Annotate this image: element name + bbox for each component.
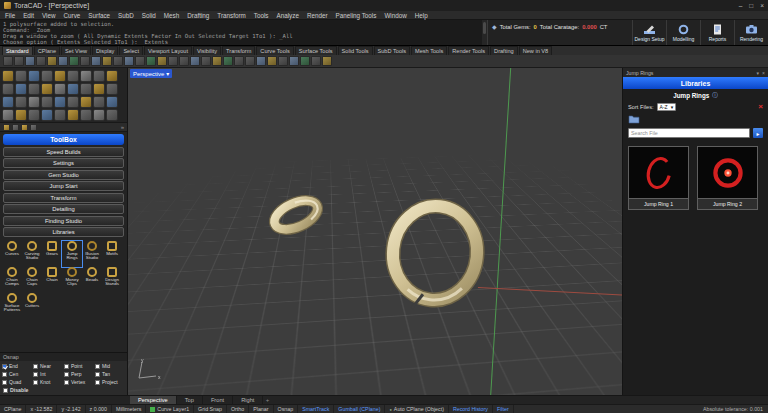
viewport-title-menu[interactable]: Perspective ▾ xyxy=(130,69,172,78)
info-icon[interactable]: ⓘ xyxy=(712,92,718,99)
palette-tool-icon[interactable] xyxy=(67,96,79,108)
toolbox-item[interactable]: Motifs xyxy=(102,241,122,267)
osnap-option[interactable]: Tan xyxy=(95,370,126,378)
palette-tool-icon[interactable] xyxy=(2,109,14,121)
palette-tool-icon[interactable] xyxy=(2,70,14,82)
toolbar-tab[interactable]: CPlane xyxy=(34,46,60,55)
toolbar-tool-icon[interactable] xyxy=(212,56,222,66)
toolbar-tool-icon[interactable] xyxy=(102,56,112,66)
menu-item[interactable]: View xyxy=(42,12,56,19)
osnap-option[interactable]: Quad xyxy=(2,378,33,386)
toolbox-item[interactable]: Surface Patterns xyxy=(2,293,22,319)
library-item-jump-ring-2[interactable]: Jump Ring 2 xyxy=(697,146,758,210)
toolbar-tool-icon[interactable] xyxy=(289,56,299,66)
palette-tool-icon[interactable] xyxy=(15,109,27,121)
close-button[interactable]: × xyxy=(760,2,764,9)
toolbar-tool-icon[interactable] xyxy=(3,56,13,66)
viewport-tab[interactable]: Perspective xyxy=(130,396,177,404)
palette-tool-icon[interactable] xyxy=(15,83,27,95)
new-viewport-tab-icon[interactable]: + xyxy=(263,396,271,404)
search-button[interactable]: ▸ xyxy=(753,128,763,138)
sort-dropdown[interactable]: A-Z ▾ xyxy=(657,103,677,111)
toolbar-tool-icon[interactable] xyxy=(135,56,145,66)
menu-item[interactable]: Window xyxy=(384,12,406,19)
toolbar-tool-icon[interactable] xyxy=(278,56,288,66)
palette-tool-icon[interactable] xyxy=(28,83,40,95)
toolbar-tool-icon[interactable] xyxy=(36,56,46,66)
toolbox-button[interactable]: Libraries xyxy=(3,227,124,237)
toolbar-tool-icon[interactable] xyxy=(47,56,57,66)
overflow-icon[interactable]: » xyxy=(121,124,124,130)
minimize-button[interactable]: – xyxy=(739,2,743,9)
status-toggle[interactable]: Gumball (CPlane) xyxy=(334,405,385,413)
palette-tool-icon[interactable] xyxy=(54,96,66,108)
palette-tool-icon[interactable] xyxy=(106,83,118,95)
toolbox-tab-icon[interactable] xyxy=(30,124,37,131)
palette-tool-icon[interactable] xyxy=(80,96,92,108)
scrollbar-thumb[interactable] xyxy=(483,22,486,34)
toolbox-button[interactable]: Transform xyxy=(3,193,124,203)
toolbar-tool-icon[interactable] xyxy=(245,56,255,66)
toolbar-tool-icon[interactable] xyxy=(14,56,24,66)
menu-item[interactable]: Drafting xyxy=(187,12,209,19)
palette-tool-icon[interactable] xyxy=(41,70,53,82)
menu-item[interactable]: Edit xyxy=(23,12,34,19)
viewport-tab[interactable]: Front xyxy=(203,396,233,404)
toolbar-tab[interactable]: SubD Tools xyxy=(374,46,411,55)
toolbox-button[interactable]: Settings xyxy=(3,158,124,168)
toolbox-tab-icon[interactable] xyxy=(12,124,19,131)
osnap-option[interactable]: Project xyxy=(95,378,126,386)
large-jump-ring-model[interactable] xyxy=(388,202,481,304)
command-history[interactable]: 1 polysurface added to selection.Command… xyxy=(0,20,482,45)
status-toggle[interactable]: Ortho xyxy=(227,405,249,413)
toolbar-tool-icon[interactable] xyxy=(25,56,35,66)
palette-tool-icon[interactable] xyxy=(41,109,53,121)
palette-tool-icon[interactable] xyxy=(67,70,79,82)
palette-tool-icon[interactable] xyxy=(67,109,79,121)
toolbar-tab[interactable]: Surface Tools xyxy=(295,46,337,55)
panel-menu-icon[interactable]: ▾ xyxy=(757,70,760,76)
menu-item[interactable]: Curve xyxy=(64,12,81,19)
palette-tool-icon[interactable] xyxy=(28,96,40,108)
toolbox-item[interactable]: Cutters xyxy=(22,293,42,319)
palette-tool-icon[interactable] xyxy=(93,109,105,121)
toolbar-tab[interactable]: Drafting xyxy=(490,46,518,55)
status-toggle[interactable]: Auto CPlane (Object) xyxy=(385,405,448,413)
toolbar-tool-icon[interactable] xyxy=(256,56,266,66)
osnap-option[interactable]: Cen xyxy=(2,370,33,378)
jump-ring-models[interactable] xyxy=(128,68,622,395)
palette-tool-icon[interactable] xyxy=(93,70,105,82)
toolbox-item[interactable]: Jump Rings xyxy=(62,241,82,267)
toolbar-tab[interactable]: Standard xyxy=(2,46,33,55)
osnap-option[interactable]: Knot xyxy=(33,378,64,386)
palette-tool-icon[interactable] xyxy=(54,70,66,82)
palette-tool-icon[interactable] xyxy=(54,109,66,121)
menu-item[interactable]: Tools xyxy=(254,12,269,19)
status-toggle[interactable]: Filter xyxy=(493,405,514,413)
status-toggle[interactable]: SmartTrack xyxy=(298,405,334,413)
toolbar-tab[interactable]: Render Tools xyxy=(448,46,489,55)
toolbox-item[interactable]: Curves xyxy=(2,241,22,267)
library-item-jump-ring-1[interactable]: Jump Ring 1 xyxy=(628,146,689,210)
viewport-tab[interactable]: Right xyxy=(233,396,263,404)
viewport-3d[interactable]: Perspective ▾ x y xyxy=(128,68,622,395)
clear-library-icon[interactable]: × xyxy=(758,103,763,111)
toolbar-tab[interactable]: New in V8 xyxy=(519,46,553,55)
reports-button[interactable]: Reports xyxy=(700,20,734,45)
toolbar-tool-icon[interactable] xyxy=(179,56,189,66)
menu-item[interactable]: SubD xyxy=(118,12,134,19)
menu-item[interactable]: File xyxy=(5,12,15,19)
menu-item[interactable]: Paneling Tools xyxy=(336,12,377,19)
viewport-tab[interactable]: Top xyxy=(177,396,203,404)
palette-tool-icon[interactable] xyxy=(41,83,53,95)
toolbox-tab-icon[interactable] xyxy=(3,124,10,131)
osnap-disable-option[interactable]: Disable xyxy=(0,386,128,395)
status-toggle[interactable]: Osnap xyxy=(274,405,299,413)
toolbar-tool-icon[interactable] xyxy=(113,56,123,66)
toolbar-tab[interactable]: Display xyxy=(92,46,118,55)
toolbar-tab[interactable]: Mesh Tools xyxy=(411,46,447,55)
osnap-option[interactable]: Point xyxy=(64,362,95,370)
rendering-button[interactable]: Rendering xyxy=(734,20,768,45)
toolbox-item[interactable]: Chain Comps xyxy=(2,267,22,293)
toolbox-button[interactable]: Finding Studio xyxy=(3,216,124,226)
